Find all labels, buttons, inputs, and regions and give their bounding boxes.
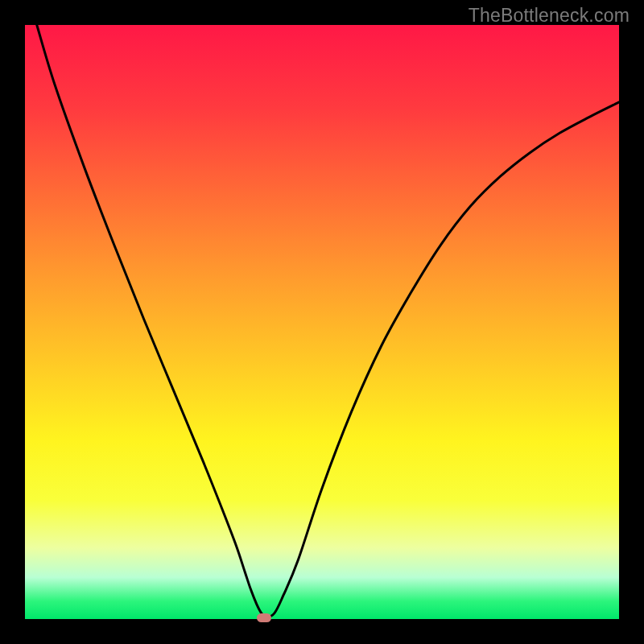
watermark-text: TheBottleneck.com	[469, 5, 630, 27]
chart-frame: TheBottleneck.com	[0, 0, 644, 644]
minimum-marker	[257, 613, 271, 622]
bottleneck-curve	[25, 25, 619, 619]
plot-area	[25, 25, 619, 619]
